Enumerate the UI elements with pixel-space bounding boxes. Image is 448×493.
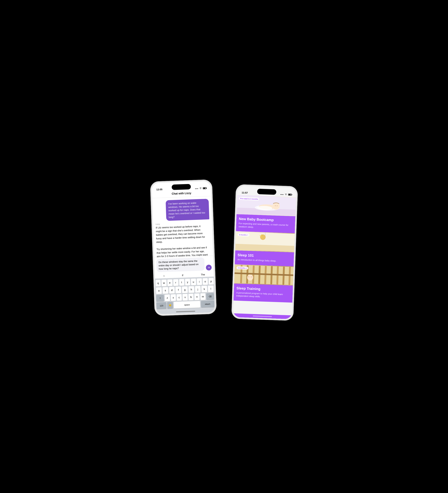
key-h[interactable]: h <box>188 286 194 293</box>
mute-button-2[interactable] <box>234 205 235 210</box>
key-123[interactable]: 123 <box>156 302 167 309</box>
power-button[interactable] <box>213 210 214 222</box>
message-incoming-wrapper: Lizzy If Lilz seems too worked up before… <box>156 221 211 258</box>
course-image-1: Pre-natal to 3 months <box>236 195 296 216</box>
status-icons: ●●● <box>195 187 206 189</box>
key-f[interactable]: f <box>175 286 181 293</box>
volume-down-button[interactable] <box>151 223 152 233</box>
key-a[interactable]: a <box>156 287 162 294</box>
send-button[interactable] <box>206 264 212 270</box>
course-image-2: 3 months + <box>235 231 295 252</box>
keyboard-row-1: q w e r t y u i o p <box>156 278 213 287</box>
key-i[interactable]: i <box>197 278 202 285</box>
course-info-3: Sleep Training A personalized program to… <box>233 283 293 303</box>
battery-icon <box>203 187 206 189</box>
key-r[interactable]: r <box>173 279 178 286</box>
message-incoming: If Lilz seems too worked up before naps,… <box>156 224 208 258</box>
courses-screen: 11:57 ●●● <box>233 186 297 319</box>
signal-icon: ●●● <box>195 187 198 189</box>
key-return[interactable]: return <box>201 300 214 307</box>
key-v[interactable]: v <box>182 294 188 301</box>
chat-input[interactable]: Do these windows stay the same the entir… <box>156 257 205 272</box>
key-u[interactable]: u <box>191 279 196 285</box>
key-w[interactable]: w <box>161 280 167 286</box>
course-title-2: Sleep 101 <box>237 253 292 259</box>
mute-button[interactable] <box>150 202 151 207</box>
keyboard-row-3: ⇧ z x c v b n m ⌫ <box>156 293 214 302</box>
course-desc-2: An introduction to all things baby sleep… <box>237 258 291 263</box>
keyboard-row-2: a s d f g h j k l <box>156 285 214 294</box>
key-e[interactable]: e <box>167 279 172 286</box>
age-badge-3: 3 months + <box>236 266 248 269</box>
key-s[interactable]: s <box>162 287 168 294</box>
status-time-2: 11:57 <box>242 191 248 194</box>
key-emoji[interactable]: 😊 <box>167 302 173 309</box>
key-t[interactable]: t <box>179 279 184 286</box>
message-outgoing: I've been working on wake windows. He se… <box>166 199 209 221</box>
key-m[interactable]: m <box>200 293 206 300</box>
power-button-2[interactable] <box>297 216 298 229</box>
course-desc-3: A personalized program to help your chil… <box>236 291 290 299</box>
key-g[interactable]: g <box>182 286 188 293</box>
status-icons-2: ●●● <box>280 193 292 196</box>
key-j[interactable]: j <box>195 286 201 293</box>
autocomplete-2[interactable]: If <box>180 273 185 277</box>
key-space[interactable]: space <box>174 301 200 308</box>
status-time: 12:05 <box>156 188 162 191</box>
key-b[interactable]: b <box>188 293 194 300</box>
volume-up-button-2[interactable] <box>234 213 235 223</box>
home-bar <box>176 311 195 312</box>
volume-down-button-2[interactable] <box>234 225 235 235</box>
key-y[interactable]: y <box>185 279 190 285</box>
key-n[interactable]: n <box>194 293 200 300</box>
key-shift[interactable]: ⇧ <box>156 295 164 302</box>
courses-content: Pre-natal to 3 months New Baby Bootcamp … <box>233 186 297 315</box>
key-backspace[interactable]: ⌫ <box>206 293 214 300</box>
key-o[interactable]: o <box>203 278 208 285</box>
volume-up-button[interactable] <box>150 210 151 220</box>
wifi-icon <box>199 187 202 189</box>
chat-messages: I've been working on wake windows. He se… <box>152 196 213 258</box>
course-info-2: Sleep 101 An introduction to all things … <box>235 250 294 266</box>
chat-input-row: Do these windows stay the same the entir… <box>156 257 212 272</box>
key-p[interactable]: p <box>208 278 214 285</box>
battery-icon-2 <box>288 193 292 196</box>
course-card-1[interactable]: Pre-natal to 3 months New Baby Bootcamp … <box>236 195 296 233</box>
key-d[interactable]: d <box>169 287 175 294</box>
course-image-3: 3 months + <box>234 264 294 285</box>
dynamic-island-2 <box>257 189 277 195</box>
chat-screen: 12:05 ●●● Chat with <box>152 181 215 314</box>
keyboard: q w e r t y u i o p a <box>155 277 215 311</box>
key-x[interactable]: x <box>171 294 176 301</box>
chat-input-area: Do these windows stay the same the entir… <box>154 256 214 274</box>
course-info-1: New Baby Bootcamp For expecting and new … <box>236 214 296 233</box>
scene: 12:05 ●●● Chat with <box>152 168 296 325</box>
key-q[interactable]: q <box>155 280 160 287</box>
key-c[interactable]: c <box>177 294 182 301</box>
autocomplete-3[interactable]: The <box>199 273 207 276</box>
course-card-2[interactable]: 3 months + Sleep 101 An introduction to … <box>235 231 295 266</box>
phone-chat: 12:05 ●●● Chat with <box>150 179 217 316</box>
age-badge-2: 3 months + <box>237 233 249 236</box>
course-card-3[interactable]: 3 months + Sleep Training A personalized… <box>233 264 294 303</box>
home-bar-2 <box>253 315 272 317</box>
phone-courses: 11:57 ●●● <box>231 184 298 321</box>
send-icon <box>207 266 210 269</box>
autocomplete-1[interactable]: I <box>162 274 166 278</box>
course-title-1: New Baby Bootcamp <box>239 217 293 223</box>
keyboard-row-4: 123 😊 space return <box>156 300 214 309</box>
dynamic-island <box>171 184 191 190</box>
wifi-icon-2 <box>285 193 287 196</box>
key-z[interactable]: z <box>165 294 170 301</box>
age-badge-1: Pre-natal to 3 months <box>239 197 259 201</box>
key-l[interactable]: l <box>208 285 214 292</box>
course-desc-1: For expecting and new parents, a crash c… <box>238 222 292 230</box>
key-k[interactable]: k <box>201 285 207 292</box>
course-title-3: Sleep Training <box>236 286 290 292</box>
signal-icon-2: ●●● <box>280 193 284 195</box>
